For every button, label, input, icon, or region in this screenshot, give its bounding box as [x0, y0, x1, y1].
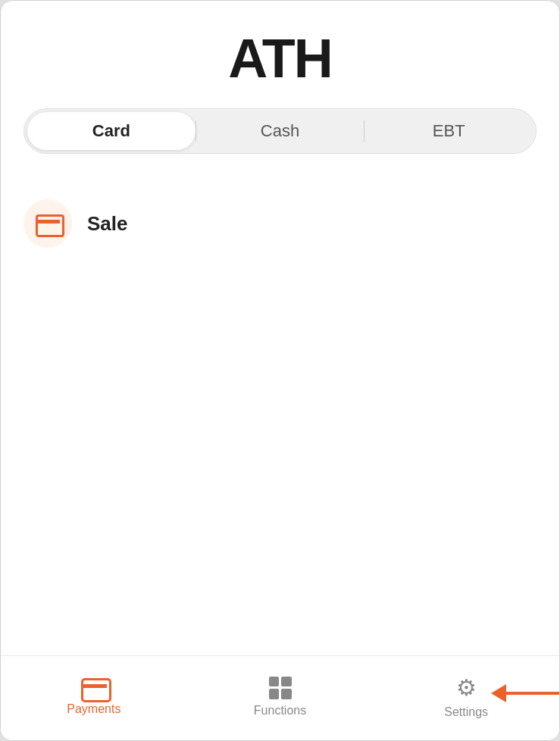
tab-card[interactable]: Card: [27, 112, 196, 150]
arrow-head-icon: [491, 684, 506, 702]
main-content: Sale: [1, 177, 559, 655]
tab-ebt[interactable]: EBT: [364, 112, 533, 150]
nav-settings-label: Settings: [444, 705, 488, 719]
arrow-line: [506, 692, 560, 695]
nav-functions-label: Functions: [254, 704, 306, 718]
sale-icon-background: [23, 199, 72, 248]
app-container: ATH Card Cash EBT Sale Payments: [0, 0, 560, 741]
nav-payments[interactable]: Payments: [1, 672, 187, 722]
tab-cash[interactable]: Cash: [196, 112, 364, 150]
nav-payments-label: Payments: [67, 702, 120, 716]
payments-icon: [81, 678, 107, 698]
gear-icon: ⚙: [456, 674, 477, 701]
sale-label: Sale: [87, 212, 128, 236]
credit-card-icon: [36, 214, 60, 233]
sale-item[interactable]: Sale: [23, 192, 537, 255]
arrow-indicator: [491, 684, 560, 702]
payment-type-tabs: Card Cash EBT: [23, 108, 537, 154]
bottom-navigation: Payments Functions ⚙ Settings: [1, 655, 559, 740]
header: ATH: [1, 1, 559, 108]
app-logo: ATH: [228, 31, 332, 86]
functions-icon: [269, 677, 292, 699]
nav-functions[interactable]: Functions: [187, 671, 374, 724]
